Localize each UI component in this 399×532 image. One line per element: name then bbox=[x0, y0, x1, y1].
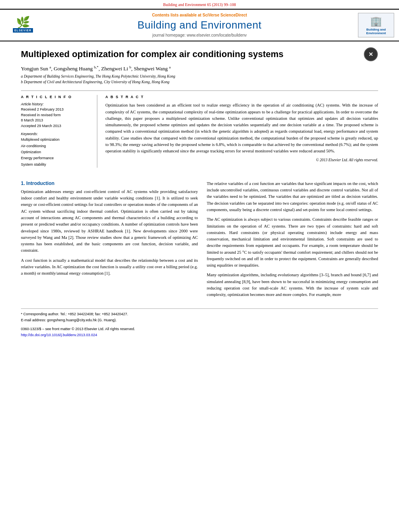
authors-line: Yongjun Sun a, Gongsheng Huang b,*, Zhen… bbox=[21, 65, 378, 72]
body-right-col: The relative variables of a cost functio… bbox=[207, 181, 378, 302]
journal-header-center: Contents lists available at SciVerse Sci… bbox=[45, 13, 354, 37]
affiliation-a: a Department of Building Services Engine… bbox=[21, 74, 378, 79]
corresponding-footnote: * Corresponding author. Tel.: +852 34422… bbox=[21, 311, 378, 317]
revised-label: Received in revised form bbox=[21, 113, 92, 118]
keywords-section: Keywords: Multiplexed optimization Air-c… bbox=[21, 132, 92, 167]
keywords-label: Keywords: bbox=[21, 132, 92, 136]
article-title: Multiplexed optimization for complex air… bbox=[21, 49, 284, 60]
journal-title: Building and Environment bbox=[45, 19, 354, 31]
crossmark-badge[interactable]: ✕ bbox=[364, 47, 378, 62]
article-info-label: A R T I C L E I N F O bbox=[21, 95, 92, 99]
body-content: 1. Introduction Optimization addresses e… bbox=[0, 181, 399, 302]
right-para5: Many optimization algorithms, including … bbox=[207, 272, 378, 298]
revised-date: 8 March 2013 bbox=[21, 118, 92, 123]
journal-header: 🌿 ELSEVIER Contents lists available at S… bbox=[0, 9, 399, 41]
journal-icon-area: 🏢 Building andEnvironment bbox=[358, 13, 394, 37]
building-icon: 🏢 bbox=[360, 15, 392, 27]
right-para3: The relative variables of a cost functio… bbox=[207, 181, 378, 213]
article-info-abstract: A R T I C L E I N F O Article history: R… bbox=[21, 90, 378, 167]
body-left-col: 1. Introduction Optimization addresses e… bbox=[21, 181, 198, 302]
intro-para1: Optimization addresses energy and cost-e… bbox=[21, 189, 198, 254]
two-col-body: 1. Introduction Optimization addresses e… bbox=[21, 181, 378, 302]
abstract-label: A B S T R A C T bbox=[105, 95, 378, 99]
elsevier-tree-icon: 🌿 bbox=[16, 17, 30, 28]
elsevier-logo: 🌿 ELSEVIER bbox=[5, 17, 41, 33]
kw-4: Energy performance bbox=[21, 155, 92, 161]
intro-para2: A cost function is actually a mathematic… bbox=[21, 257, 198, 277]
footer-bottom: 0360-1323/$ – see front matter © 2013 El… bbox=[21, 326, 378, 338]
elsevier-label: ELSEVIER bbox=[13, 28, 33, 33]
kw-5: System stability bbox=[21, 162, 92, 168]
title-row: Multiplexed optimization for complex air… bbox=[21, 49, 378, 65]
svg-text:✕: ✕ bbox=[368, 51, 373, 58]
doi-line[interactable]: http://dx.doi.org/10.1016/j.buildenv.201… bbox=[21, 332, 378, 338]
intro-heading: 1. Introduction bbox=[21, 181, 198, 186]
email-footnote: E-mail address: gongsheng.huang@city.edu… bbox=[21, 317, 378, 323]
affiliation-b: b Department of Civil and Architectural … bbox=[21, 79, 378, 85]
copyright-line: © 2013 Elsevier Ltd. All rights reserved… bbox=[105, 158, 378, 162]
article-content: Multiplexed optimization for complex air… bbox=[0, 41, 399, 181]
accepted-date: Accepted 29 March 2013 bbox=[21, 123, 92, 129]
keyword-list: Multiplexed optimization Air-conditionin… bbox=[21, 137, 92, 167]
kw-3: Optimization bbox=[21, 149, 92, 155]
article-footer: * Corresponding author. Tel.: +852 34422… bbox=[21, 308, 378, 338]
sciverse-line: Contents lists available at SciVerse Sci… bbox=[45, 13, 354, 17]
article-history: Article history: Received 2 February 201… bbox=[21, 102, 92, 129]
history-label: Article history: bbox=[21, 102, 92, 106]
affiliations: a Department of Building Services Engine… bbox=[21, 74, 378, 85]
icon-box-label: Building andEnvironment bbox=[360, 28, 392, 35]
received-date: Received 2 February 2013 bbox=[21, 107, 92, 113]
kw-2: Air-conditioning bbox=[21, 143, 92, 149]
journal-homepage: journal homepage: www.elsevier.com/locat… bbox=[45, 33, 354, 37]
journal-icon-box: 🏢 Building andEnvironment bbox=[358, 13, 394, 37]
kw-1: Multiplexed optimization bbox=[21, 137, 92, 143]
journal-reference: Building and Environment 65 (2013) 99–10… bbox=[0, 0, 399, 9]
abstract-text: Optimization has been considered as an e… bbox=[105, 102, 378, 154]
right-para4: The AC optimization is always subject to… bbox=[207, 216, 378, 269]
sciverse-link[interactable]: SciVerse ScienceDirect bbox=[202, 13, 247, 17]
issn-line: 0360-1323/$ – see front matter © 2013 El… bbox=[21, 326, 378, 332]
article-title-block: Multiplexed optimization for complex air… bbox=[21, 49, 284, 65]
journal-ref-text: Building and Environment 65 (2013) 99–10… bbox=[163, 2, 236, 7]
article-info-col: A R T I C L E I N F O Article history: R… bbox=[21, 95, 97, 167]
abstract-col: A B S T R A C T Optimization has been co… bbox=[105, 95, 378, 167]
sciverse-prefix: Contents lists available at bbox=[152, 13, 202, 17]
